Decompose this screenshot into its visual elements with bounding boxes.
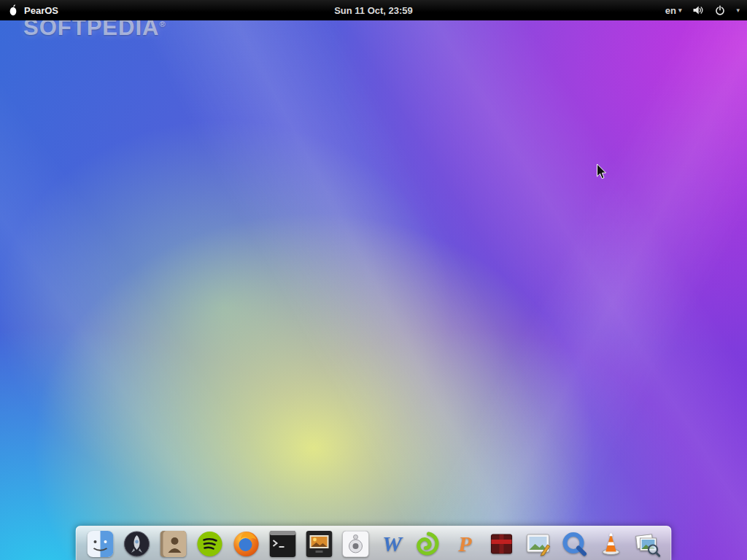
status-area: en ▾ ▾ [665, 4, 747, 16]
package-icon[interactable] [488, 530, 515, 557]
power-icon[interactable] [714, 4, 726, 16]
preview-icon[interactable] [525, 530, 551, 557]
svg-text:W: W [382, 532, 403, 556]
launchpad-icon[interactable] [123, 530, 150, 557]
photo-search-icon[interactable] [634, 530, 661, 557]
contacts-icon[interactable] [160, 530, 187, 557]
firefox-icon[interactable] [233, 530, 260, 557]
status-caret-icon[interactable]: ▾ [736, 7, 740, 14]
top-panel: PearOS Sun 11 Oct, 23:59 en ▾ [0, 0, 747, 20]
quicktime-icon[interactable] [561, 530, 588, 557]
os-menu[interactable]: PearOS [0, 4, 58, 17]
language-label: en [665, 5, 676, 16]
music-icon[interactable] [342, 530, 369, 557]
clock[interactable]: Sun 11 Oct, 23:59 [0, 5, 747, 16]
green-app-icon[interactable] [415, 530, 442, 557]
screen: SOFTPEDIA® PearOS Sun 11 Oct, 23:59 en ▾ [0, 0, 747, 560]
desktop-wallpaper[interactable] [0, 0, 747, 560]
terminal-icon[interactable] [269, 530, 296, 557]
spotify-icon[interactable] [196, 530, 223, 557]
watermark-reg: ® [159, 20, 166, 28]
p-app-icon[interactable]: P [452, 530, 479, 557]
os-name-label: PearOS [24, 5, 58, 16]
writer-icon[interactable]: W [379, 530, 406, 557]
pear-logo-icon [7, 4, 19, 17]
language-caret-icon: ▾ [678, 7, 682, 14]
finder-icon[interactable] [87, 530, 114, 557]
dock: W P [76, 526, 672, 560]
slideshow-icon[interactable] [306, 530, 333, 557]
vlc-icon[interactable] [597, 530, 624, 557]
language-indicator[interactable]: en ▾ [665, 5, 682, 16]
volume-icon[interactable] [692, 4, 704, 16]
svg-text:P: P [457, 532, 472, 556]
